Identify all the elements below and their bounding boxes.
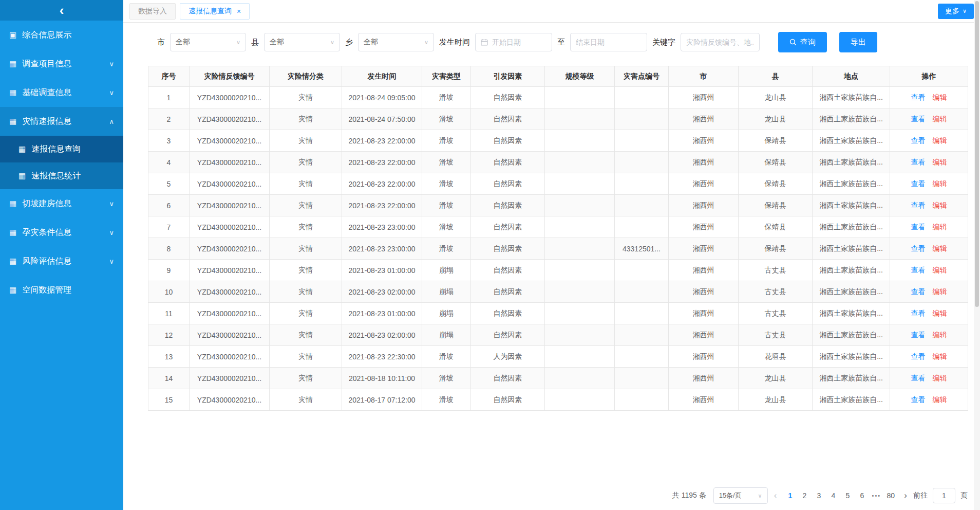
table-cell: YZD43000020210... [190, 108, 270, 130]
grid-icon: ▦ [9, 285, 16, 295]
view-link[interactable]: 查看 [911, 266, 926, 274]
table-cell [615, 216, 669, 238]
edit-link[interactable]: 编辑 [933, 287, 947, 296]
sidebar-item[interactable]: ▦切坡建房信息∨ [0, 189, 123, 218]
view-link[interactable]: 查看 [911, 136, 926, 144]
scrollbar-thumb[interactable] [975, 1, 979, 307]
edit-link[interactable]: 编辑 [933, 309, 947, 317]
table-cell: YZD43000020210... [190, 346, 270, 368]
edit-link[interactable]: 编辑 [933, 331, 947, 339]
edit-link[interactable]: 编辑 [933, 395, 947, 404]
view-link[interactable]: 查看 [911, 331, 926, 339]
start-date-input[interactable] [475, 33, 552, 51]
close-icon[interactable]: × [237, 7, 241, 15]
sidebar-subitem[interactable]: ▦速报信息统计 [0, 162, 123, 189]
sidebar-item[interactable]: ▦风险评估信息∨ [0, 247, 123, 276]
edit-link[interactable]: 编辑 [933, 158, 947, 166]
edit-link[interactable]: 编辑 [933, 201, 947, 209]
column-header: 发生时间 [342, 66, 422, 87]
table-cell [615, 130, 669, 152]
view-link[interactable]: 查看 [911, 201, 926, 209]
city-select[interactable]: 全部 ∨ [170, 33, 246, 51]
edit-link[interactable]: 编辑 [933, 223, 947, 231]
tab[interactable]: 数据导入 [129, 3, 176, 20]
view-link[interactable]: 查看 [911, 115, 926, 123]
view-link[interactable]: 查看 [911, 93, 926, 101]
next-page-button[interactable]: › [901, 490, 910, 501]
table-cell: 湘西州 [669, 389, 739, 411]
edit-link[interactable]: 编辑 [933, 179, 947, 188]
sidebar-subitem[interactable]: ▦速报信息查询 [0, 136, 123, 162]
edit-link[interactable]: 编辑 [933, 352, 947, 360]
page-number[interactable]: 6 [855, 488, 869, 503]
edit-link[interactable]: 编辑 [933, 93, 947, 101]
sidebar-collapse-button[interactable]: ‹ [0, 0, 123, 21]
view-link[interactable]: 查看 [911, 179, 926, 188]
sidebar-subitem-label: 速报信息查询 [31, 144, 81, 155]
edit-link[interactable]: 编辑 [933, 374, 947, 382]
page-number[interactable]: 4 [826, 488, 840, 503]
table-body: 1YZD43000020210...灾情2021-08-24 09:05:00滑… [148, 87, 968, 411]
search-button[interactable]: 查询 [778, 32, 827, 52]
table-cell: 2021-08-24 07:50:00 [342, 108, 422, 130]
sidebar-item[interactable]: ▣综合信息展示 [0, 21, 123, 49]
edit-link[interactable]: 编辑 [933, 136, 947, 144]
goto-page-input[interactable] [933, 488, 955, 503]
sidebar-item[interactable]: ▦空间数据管理 [0, 276, 123, 304]
operations-cell: 查看编辑 [890, 216, 968, 238]
edit-link[interactable]: 编辑 [933, 244, 947, 252]
page-number[interactable]: 5 [840, 488, 855, 503]
county-select[interactable]: 全部 ∨ [264, 33, 340, 51]
table-cell: 自然因素 [471, 389, 545, 411]
view-link[interactable]: 查看 [911, 223, 926, 231]
page-size-select[interactable]: 15条/页 ∨ [713, 487, 768, 504]
chevron-down-icon: ∨ [109, 60, 114, 68]
end-date-field[interactable] [576, 38, 642, 46]
table-cell [615, 108, 669, 130]
table-row: 8YZD43000020210...灾情2021-08-23 23:00:00滑… [148, 238, 968, 260]
view-link[interactable]: 查看 [911, 244, 926, 252]
page-number[interactable]: 80 [883, 488, 898, 503]
sidebar-item[interactable]: ▦灾情速报信息∧ [0, 107, 123, 136]
sidebar-item[interactable]: ▦孕灾条件信息∨ [0, 218, 123, 247]
table-cell: 保靖县 [739, 195, 813, 216]
keyword-field[interactable] [686, 38, 754, 46]
view-link[interactable]: 查看 [911, 352, 926, 360]
view-link[interactable]: 查看 [911, 287, 926, 296]
edit-link[interactable]: 编辑 [933, 115, 947, 123]
tab[interactable]: 速报信息查询× [180, 3, 250, 20]
table-cell: 灾情 [270, 195, 342, 216]
view-link[interactable]: 查看 [911, 395, 926, 404]
table-cell: 灾情 [270, 368, 342, 389]
table-cell: 2021-08-23 22:00:00 [342, 130, 422, 152]
view-link[interactable]: 查看 [911, 374, 926, 382]
keyword-input[interactable] [681, 33, 760, 51]
page-numbers: 123456•••80 [783, 488, 898, 503]
page-number[interactable]: 2 [797, 488, 812, 503]
table-cell: 12 [148, 324, 190, 346]
table-cell: 自然因素 [471, 368, 545, 389]
table-cell: YZD43000020210... [190, 281, 270, 303]
export-button[interactable]: 导出 [839, 32, 877, 52]
more-button-label: 更多 [945, 7, 959, 16]
township-select[interactable]: 全部 ∨ [358, 33, 434, 51]
sidebar-item[interactable]: ▦基础调查信息∨ [0, 78, 123, 107]
table-cell: 6 [148, 195, 190, 216]
end-date-input[interactable] [570, 33, 647, 51]
page-number[interactable]: 1 [783, 488, 797, 503]
vertical-scrollbar[interactable] [974, 0, 980, 510]
table-row: 6YZD43000020210...灾情2021-08-23 22:00:00滑… [148, 195, 968, 216]
sidebar: ‹ ▣综合信息展示▦调查项目信息∨▦基础调查信息∨▦灾情速报信息∧▦速报信息查询… [0, 0, 123, 510]
table-cell: 2021-08-23 02:00:00 [342, 324, 422, 346]
view-link[interactable]: 查看 [911, 158, 926, 166]
prev-page-button[interactable]: ‹ [771, 490, 780, 501]
sidebar-menu: ▣综合信息展示▦调查项目信息∨▦基础调查信息∨▦灾情速报信息∧▦速报信息查询▦速… [0, 21, 123, 304]
table-cell: 11 [148, 303, 190, 324]
sidebar-item[interactable]: ▦调查项目信息∨ [0, 49, 123, 78]
edit-link[interactable]: 编辑 [933, 266, 947, 274]
page-number[interactable]: 3 [812, 488, 826, 503]
table-cell: 灾情 [270, 173, 342, 195]
view-link[interactable]: 查看 [911, 309, 926, 317]
start-date-field[interactable] [492, 38, 546, 46]
more-button[interactable]: 更多 ∨ [938, 4, 974, 19]
